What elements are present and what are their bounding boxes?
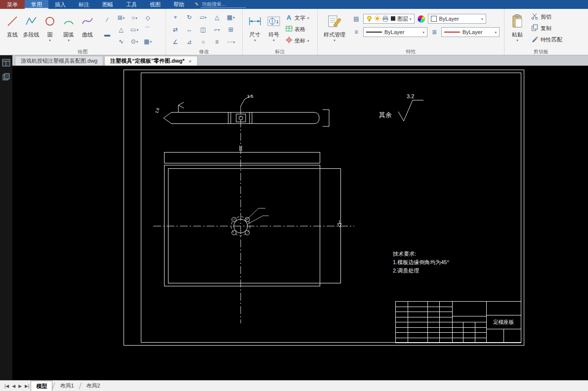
layer-tools-icon[interactable]: ▤ (352, 15, 360, 22)
offset-tool-icon[interactable]: ⊞ (224, 24, 237, 35)
rotate-tool-icon[interactable]: ↻ (183, 12, 196, 23)
chamfer-tool-icon[interactable]: ∠ (169, 37, 182, 47)
triangle-tool-icon[interactable]: △ (115, 24, 127, 35)
ribbon-tab-view[interactable]: 视图 (143, 0, 167, 9)
command-search-input[interactable] (201, 1, 246, 8)
arc-segment-tool-icon[interactable]: ⌒ (141, 24, 154, 35)
menu-button[interactable]: 菜单 (0, 0, 25, 9)
panel-annotate: 尺寸 ▾ 1 符号 ▾ A (243, 9, 318, 55)
arc-tool-button[interactable]: 圆弧 ▾ (59, 10, 78, 48)
style-manager-button[interactable]: 样式管理 ▾ (321, 10, 348, 48)
arc-icon (61, 12, 76, 30)
circle-tool-button[interactable]: 圆 ▾ (41, 10, 59, 48)
drawing-canvas[interactable]: 1.6 1.6 其余 3.2 (12, 66, 588, 380)
close-tab-icon[interactable]: × (189, 58, 192, 64)
ribbon-tab-sheet[interactable]: 图幅 (96, 0, 120, 9)
tech-requirements-item-2: 2.调质处理 (393, 268, 419, 274)
previous-sheet-button[interactable]: ◀ (12, 384, 15, 389)
paste-button[interactable]: 粘贴 ▾ (507, 10, 527, 48)
move-tool-icon[interactable]: + (169, 12, 182, 23)
polyline-icon (24, 12, 39, 30)
lineweight-tools-icon[interactable]: ≣ (430, 29, 438, 36)
next-sheet-button[interactable]: ▶ (18, 384, 22, 389)
ribbon-tab-annotate[interactable]: 标注 (72, 0, 96, 9)
part-drawing: 1.6 1.6 其余 3.2 (12, 66, 588, 380)
copy-button[interactable]: 复制 (531, 24, 562, 33)
layer-control-dropdown[interactable]: 图层 ▾ (363, 14, 415, 24)
fillet-tool-icon[interactable]: ⊿ (183, 37, 196, 47)
color-wheel-icon[interactable] (418, 15, 425, 23)
align-tool-icon[interactable]: ◫ (197, 24, 210, 35)
text-tool-button[interactable]: A 文字 ▾ (286, 13, 309, 23)
spline-icon (80, 12, 95, 30)
layer-freeze-icon (374, 15, 380, 23)
title-block-part-name: 定模座板 (493, 319, 514, 325)
color-value: ByLayer (439, 16, 479, 22)
tech-requirements-title: 技术要求: (393, 251, 416, 257)
explode-tool-icon[interactable]: ≡ (210, 37, 223, 47)
pattern-tool-icon[interactable]: ▦▾ (224, 12, 237, 23)
edge-strip-view (165, 153, 320, 163)
first-sheet-button[interactable]: |◀ (4, 384, 9, 389)
ribbon-tab-tools[interactable]: 工具 (120, 0, 143, 9)
arc-dropdown-caret: ▾ (68, 39, 70, 42)
spline-tool-button[interactable]: 曲线 (78, 10, 97, 48)
panel-modify: + ↻ ▱▾ △ ▦▾ ⇄ ↔ ◫ ⌐▾ ⊞ ∠ ⊿ ○ ≡ ⋯▾ 修改 (166, 9, 243, 55)
block-tool-icon[interactable]: ▭▾ (128, 24, 141, 35)
stretch-tool-icon[interactable]: ↔ (183, 24, 196, 35)
ribbon-tab-help[interactable]: 帮助 (167, 0, 191, 9)
circle-dropdown-caret: ▾ (49, 39, 51, 42)
polyline-tool-button[interactable]: 多段线 (22, 10, 41, 48)
hatch-tool-icon[interactable]: ∕ (101, 14, 114, 25)
line-tool-button[interactable]: 直线 (3, 10, 22, 48)
ribbon-tab-bar: 菜单 常用 插入 标注 图幅 工具 视图 帮助 ✎ (0, 0, 588, 9)
cut-button[interactable]: 剪切 (531, 12, 562, 21)
coordinate-tool-button[interactable]: 坐标 ▾ (286, 36, 309, 45)
style-manager-caret: ▾ (334, 39, 336, 42)
layer-color-chip (390, 16, 396, 22)
rectangle-tool-icon[interactable]: ⊞▾ (115, 12, 127, 23)
last-sheet-button[interactable]: ▶| (25, 384, 29, 389)
file-tab-part-drawing[interactable]: 注塑模具“定模板”零件图.dwg* × (104, 56, 198, 66)
mirror-tool-icon[interactable]: ⇄ (169, 24, 182, 35)
grid-tool-icon[interactable]: ▦▾ (141, 36, 154, 47)
dock-sheetset-icon[interactable] (2, 73, 10, 83)
dock-palette-icon[interactable] (2, 59, 10, 69)
linetype-control-dropdown[interactable]: ByLayer ▾ (363, 27, 427, 37)
layer-dropdown-caret: ▾ (410, 17, 412, 21)
default-roughness-value: 3.2 (407, 93, 414, 99)
lineweight-control-dropdown[interactable]: ByLayer ▾ (441, 27, 500, 37)
polygon-tool-icon[interactable]: ◇ (141, 12, 154, 23)
linetype-sample (366, 32, 382, 33)
table-tool-button[interactable]: 表格 (286, 24, 309, 34)
cut-icon (531, 13, 538, 21)
region-tool-icon[interactable]: ▬ (101, 29, 114, 40)
panel-draw: 直线 多段线 圆 ▾ 圆弧 ▾ (0, 9, 166, 55)
scale-tool-icon[interactable]: △ (210, 12, 223, 23)
break-tool-icon[interactable]: ○ (197, 37, 210, 47)
wave-tool-icon[interactable]: ∿ (115, 36, 127, 47)
symbol-tool-label: 符号 (268, 31, 279, 39)
file-tab-assembly-drawing[interactable]: 游戏机按钮注塑模具装配图.dwg (15, 56, 103, 66)
symbol-tool-button[interactable]: 1 符号 ▾ (264, 10, 283, 48)
tech-requirements-item-1: 1.模板边缘倒角均为45° (393, 259, 449, 265)
array-tool-icon[interactable]: ▱▾ (197, 12, 210, 23)
layout-tab-layout1[interactable]: 布局1 (55, 381, 79, 391)
linetype-dropdown-caret: ▾ (422, 31, 424, 34)
donut-tool-icon[interactable]: ○▾ (128, 12, 141, 23)
color-control-dropdown[interactable]: ByLayer ▾ (428, 14, 486, 24)
match-properties-button[interactable]: 特性匹配 (531, 35, 562, 44)
dimension-tool-button[interactable]: 尺寸 ▾ (246, 10, 264, 48)
line-tool-label: 直线 (7, 31, 18, 39)
more-modify-icon[interactable]: ⋯▾ (224, 37, 237, 47)
ribbon-tab-home[interactable]: 常用 (25, 0, 48, 9)
trim-tool-icon[interactable]: ⌐▾ (210, 24, 223, 35)
front-view (165, 165, 341, 286)
ribbon-tab-insert[interactable]: 插入 (48, 0, 72, 9)
search-pencil-icon: ✎ (195, 0, 199, 9)
ribbon: 直线 多段线 圆 ▾ 圆弧 ▾ (0, 9, 588, 55)
linetype-tools-icon[interactable]: ≡ (352, 29, 360, 36)
layout-tab-model[interactable]: 模型 (31, 381, 52, 391)
layout-tab-layout2[interactable]: 布局2 (82, 381, 105, 391)
point-tool-icon[interactable]: ⊙▾ (128, 36, 141, 47)
